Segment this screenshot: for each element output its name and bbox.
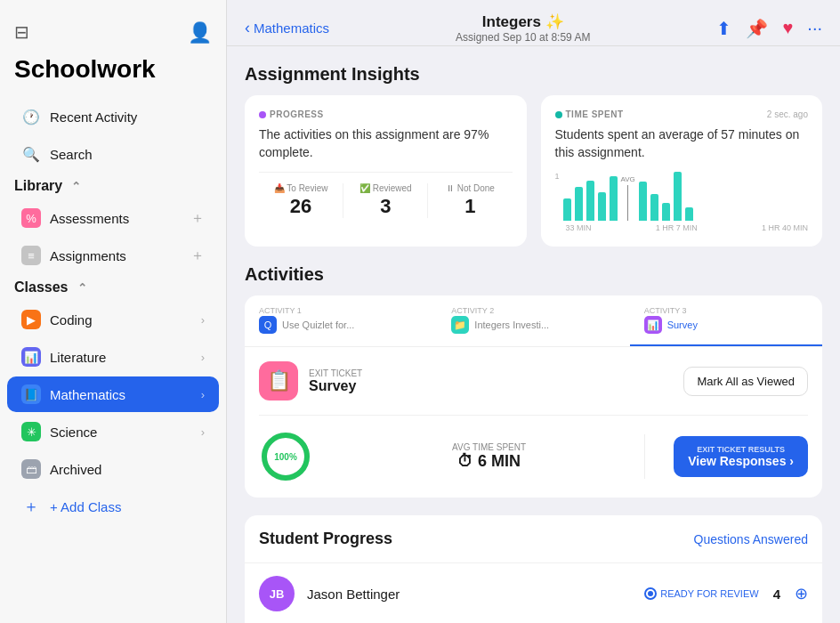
stat-to-review-label: 📥 To Review xyxy=(266,183,335,193)
bar-chart: 1 AVG xyxy=(555,172,809,221)
back-label: Mathematics xyxy=(254,20,329,36)
view-responses-wrap: EXIT TICKET RESULTS View Responses › xyxy=(659,436,808,477)
clock-icon: 🕐 xyxy=(21,107,41,126)
bar xyxy=(563,198,571,221)
more-options-icon[interactable]: ⊕ xyxy=(795,584,808,603)
stat-not-done-value: 1 xyxy=(435,195,505,218)
back-button[interactable]: ‹ Mathematics xyxy=(245,19,329,37)
profile-icon[interactable]: 👤 xyxy=(188,21,212,44)
chart-label-2: 1 HR 7 MIN xyxy=(656,223,698,232)
sidebar-item-mathematics[interactable]: 📘 Mathematics › xyxy=(7,376,219,412)
tab-row: 📁 Integers Investi... xyxy=(451,316,615,334)
activity-tab-2[interactable]: ACTIVITY 2 📁 Integers Investi... xyxy=(437,295,629,346)
library-section-header[interactable]: Library ⌃ xyxy=(0,173,226,199)
sidebar-item-add-class[interactable]: ＋ + Add Class xyxy=(7,489,219,524)
sidebar-item-literature[interactable]: 📊 Literature › xyxy=(7,339,219,375)
status-dot xyxy=(644,587,657,600)
time-card-header: TIME SPENT 2 sec. ago xyxy=(555,109,809,126)
share-icon[interactable]: ⬆ xyxy=(716,18,731,39)
tab-label: Survey xyxy=(667,320,698,330)
sidebar-item-recent-activity[interactable]: 🕐 Recent Activity xyxy=(7,99,219,134)
activity-num: ACTIVITY 2 xyxy=(451,306,615,315)
sidebar: ⊟ 👤 Schoolwork 🕐 Recent Activity 🔍 Searc… xyxy=(0,0,227,623)
add-assignment-icon[interactable]: ＋ xyxy=(190,247,205,265)
sidebar-item-assignments[interactable]: ≡ Assignments ＋ xyxy=(7,238,219,273)
sidebar-item-label: Coding xyxy=(50,312,192,328)
exit-ticket-text: EXIT TICKET Survey xyxy=(309,368,362,394)
progress-title: Student Progress xyxy=(259,530,392,548)
exit-ticket-info: 📋 EXIT TICKET Survey xyxy=(259,361,362,400)
content-area: Assignment Insights PROGRESS The activit… xyxy=(227,46,840,623)
time-ago: 2 sec. ago xyxy=(767,109,808,119)
tab-row: 📊 Survey xyxy=(644,316,808,334)
heart-icon[interactable]: ♥ xyxy=(782,18,793,38)
bar xyxy=(650,194,658,221)
responses-btn-label: View Responses › xyxy=(688,454,794,468)
avg-label: AVG xyxy=(621,175,635,183)
progress-stats: 📥 To Review 26 ✅ Reviewed 3 xyxy=(259,172,513,218)
progress-header: Student Progress Questions Answered xyxy=(245,515,822,563)
library-label: Library xyxy=(14,178,62,194)
avg-bar xyxy=(627,185,628,221)
assignments-icon: ≡ xyxy=(21,246,41,265)
tab-row: Q Use Quizlet for... xyxy=(259,316,423,334)
activity-tabs: ACTIVITY 1 Q Use Quizlet for... ACTIVITY… xyxy=(245,295,822,347)
chevron-down-icon: ⌃ xyxy=(71,180,81,193)
activity-tab-3[interactable]: ACTIVITY 3 📊 Survey xyxy=(630,295,822,346)
stat-reviewed-label: ✅ Reviewed xyxy=(351,183,420,193)
literature-icon: 📊 xyxy=(21,347,41,367)
classes-section-header[interactable]: Classes ⌃ xyxy=(0,274,226,301)
more-icon[interactable]: ··· xyxy=(807,18,822,38)
add-assessment-icon[interactable]: ＋ xyxy=(190,209,205,228)
stat-reviewed-value: 3 xyxy=(351,195,420,218)
exit-ticket-icon: 📋 xyxy=(259,361,298,400)
activity-tab-1[interactable]: ACTIVITY 1 Q Use Quizlet for... xyxy=(245,295,437,346)
sidebar-item-science[interactable]: ✳ Science › xyxy=(7,414,219,449)
sidebar-item-label: Archived xyxy=(50,462,205,477)
insights-title: Assignment Insights xyxy=(245,64,822,85)
chart-label-3: 1 HR 40 MIN xyxy=(762,223,808,232)
status-badge: READY FOR REVIEW xyxy=(644,587,758,600)
avg-time-value: ⏱ 6 MIN xyxy=(334,452,644,471)
progress-badge: PROGRESS xyxy=(259,109,513,119)
science-icon: ✳ xyxy=(21,422,41,441)
tab-label: Use Quizlet for... xyxy=(282,320,354,330)
sidebar-toggle-icon[interactable]: ⊟ xyxy=(14,21,29,44)
chart-label-1: 33 MIN xyxy=(566,223,592,232)
stats-row: 100% AVG TIME SPENT ⏱ 6 MIN EXIT TICKET … xyxy=(259,415,808,483)
activities-title: Activities xyxy=(245,264,822,285)
chart-labels: 33 MIN 1 HR 7 MIN 1 HR 40 MIN xyxy=(555,223,809,232)
topbar: ‹ Mathematics Integers ✨ Assigned Sep 10… xyxy=(227,0,840,46)
stat-to-review-value: 26 xyxy=(266,195,335,218)
student-progress-section: Student Progress Questions Answered JB J… xyxy=(245,515,822,623)
chart-container: 1 AVG xyxy=(555,172,809,232)
sidebar-item-label: Recent Activity xyxy=(50,109,205,125)
page-subtitle: Assigned Sep 10 at 8:59 AM xyxy=(340,31,706,44)
add-class-icon: ＋ xyxy=(21,497,41,516)
avg-time-section: AVG TIME SPENT ⏱ 6 MIN xyxy=(334,442,644,471)
donut-chart: 100% xyxy=(259,430,312,483)
teal-dot xyxy=(555,111,562,118)
tab-label: Integers Investi... xyxy=(474,320,549,330)
mark-viewed-button[interactable]: Mark All as Viewed xyxy=(683,367,808,396)
chevron-right-icon: › xyxy=(201,388,205,401)
activity-num: ACTIVITY 3 xyxy=(644,306,808,315)
chevron-right-icon: › xyxy=(201,351,205,364)
avg-bar-group: AVG xyxy=(621,175,635,221)
topbar-icons: ⬆ 📌 ♥ ··· xyxy=(716,18,822,39)
progress-text: The activities on this assignment are 97… xyxy=(259,126,513,161)
status-text: READY FOR REVIEW xyxy=(660,588,758,599)
sidebar-item-coding[interactable]: ▶ Coding › xyxy=(7,302,219,337)
exit-ticket-name: Survey xyxy=(309,378,362,394)
mathematics-icon: 📘 xyxy=(21,384,41,404)
responses-btn-top-label: EXIT TICKET RESULTS xyxy=(688,445,794,454)
sidebar-item-search[interactable]: 🔍 Search xyxy=(7,136,219,172)
avatar-initials: JB xyxy=(270,587,285,601)
sidebar-item-archived[interactable]: 🗃 Archived xyxy=(7,451,219,487)
sidebar-item-assessments[interactable]: % Assessments ＋ xyxy=(7,200,219,236)
add-class-label: + Add Class xyxy=(50,499,205,514)
view-responses-button[interactable]: EXIT TICKET RESULTS View Responses › xyxy=(674,436,808,477)
stat-not-done: ⏸ Not Done 1 xyxy=(428,183,512,218)
survey-icon: 📊 xyxy=(644,316,662,334)
pin-icon[interactable]: 📌 xyxy=(746,18,768,39)
